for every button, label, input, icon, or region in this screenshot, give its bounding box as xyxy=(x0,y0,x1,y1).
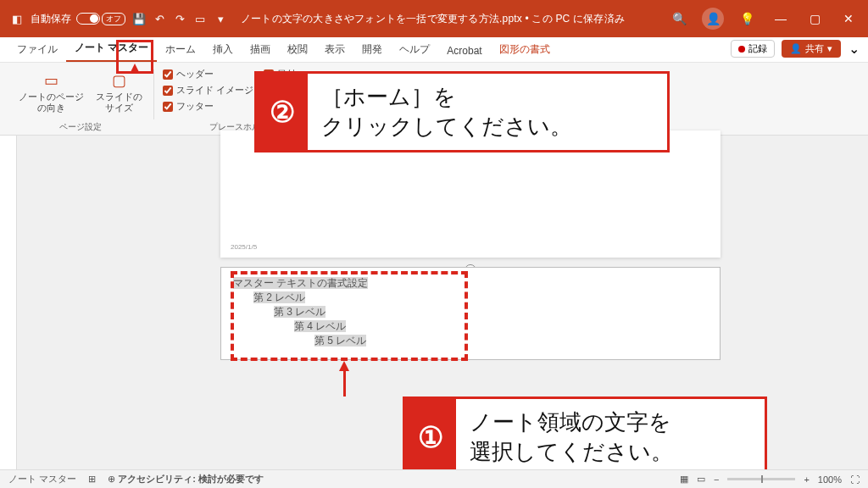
minimize-button[interactable]: — xyxy=(770,8,792,30)
save-icon[interactable]: 💾 xyxy=(132,12,146,25)
chk-header[interactable]: ヘッダー xyxy=(163,68,253,80)
qat-more-icon[interactable]: ▾ xyxy=(214,12,227,25)
zoom-in-icon[interactable]: + xyxy=(804,474,809,485)
tab-shape-format[interactable]: 図形の書式 xyxy=(491,37,559,62)
annotation-arrow-1 xyxy=(339,361,349,371)
slide-date: 2025/1/5 xyxy=(231,243,257,251)
record-button[interactable]: 記録 xyxy=(731,40,775,58)
chk-footer[interactable]: フッター xyxy=(163,100,253,113)
orientation-icon: ▭ xyxy=(41,71,63,90)
annotation-text-1: ノート領域の文字を 選択してください。 xyxy=(456,399,687,475)
group-label-page-setup: ページ設定 xyxy=(59,121,102,133)
slide-size-button[interactable]: ▢ スライドの サイズ xyxy=(92,68,146,113)
tab-file[interactable]: ファイル xyxy=(8,37,66,62)
app-icon: ◧ xyxy=(10,12,24,25)
notes-level2[interactable]: 第 2 レベル xyxy=(253,291,305,303)
tab-acrobat[interactable]: Acrobat xyxy=(438,40,490,62)
fit-window-icon[interactable]: ⛶ xyxy=(850,474,860,485)
autosave-label: 自動保存 xyxy=(31,12,71,26)
notes-orientation-button[interactable]: ▭ ノートのページ の向き xyxy=(15,68,87,113)
redo-icon[interactable]: ↷ xyxy=(173,12,186,25)
document-title[interactable]: ノートの文字の大きさやフォントを一括で変更する方法.pptx • この PC に… xyxy=(227,12,668,26)
zoom-value[interactable]: 100% xyxy=(818,474,842,485)
ribbon-tabs: ファイル ノート マスター ホーム 挿入 描画 校閲 表示 開発 ヘルプ Acr… xyxy=(0,37,868,63)
tab-insert[interactable]: 挿入 xyxy=(204,37,242,62)
tab-help[interactable]: ヘルプ xyxy=(391,37,438,62)
status-notes-icon[interactable]: ⊞ xyxy=(88,474,96,485)
annotation-text-2: ［ホーム］を クリックしてください。 xyxy=(308,74,586,150)
zoom-slider[interactable] xyxy=(727,478,795,480)
notes-level3[interactable]: 第 3 レベル xyxy=(274,306,326,318)
autosave-toggle[interactable]: 自動保存 オフ xyxy=(31,12,125,26)
size-icon: ▢ xyxy=(108,71,131,90)
autosave-state: オフ xyxy=(102,13,125,25)
share-button[interactable]: 👤共有▾ xyxy=(782,40,841,58)
view-reading-icon[interactable]: ▭ xyxy=(697,474,705,485)
annotation-number-1: ① xyxy=(405,399,456,475)
undo-icon[interactable]: ↶ xyxy=(153,12,166,25)
tab-draw[interactable]: 描画 xyxy=(242,37,279,62)
status-view: ノート マスター xyxy=(8,473,76,485)
annotation-callout-2: ② ［ホーム］を クリックしてください。 xyxy=(254,71,670,152)
notes-level5[interactable]: 第 5 レベル xyxy=(314,335,366,347)
notes-level4[interactable]: 第 4 レベル xyxy=(294,320,346,332)
annotation-number-2: ② xyxy=(257,74,308,150)
tab-developer[interactable]: 開発 xyxy=(353,37,391,62)
vertical-ruler xyxy=(0,136,17,469)
group-page-setup: ▭ ノートのページ の向き ▢ スライドの サイズ ページ設定 xyxy=(7,66,154,133)
notes-level1[interactable]: マスター テキストの書式設定 xyxy=(233,277,368,289)
view-normal-icon[interactable]: ▦ xyxy=(680,474,688,485)
search-icon[interactable]: 🔍 xyxy=(668,8,690,30)
tab-home[interactable]: ホーム xyxy=(157,37,204,62)
tab-view[interactable]: 表示 xyxy=(316,37,353,62)
tab-notes-master[interactable]: ノート マスター xyxy=(66,36,157,62)
annotation-callout-1: ① ノート領域の文字を 選択してください。 xyxy=(403,396,767,478)
status-bar: ノート マスター ⊞ ⊕ アクセシビリティ: 検討が必要です ▦ ▭ − + 1… xyxy=(0,469,868,488)
close-button[interactable]: ✕ xyxy=(837,8,860,30)
accessibility-icon: ⊕ xyxy=(108,474,115,484)
annotation-arrow-1-line xyxy=(343,371,346,396)
toggle-off-icon xyxy=(76,13,100,25)
maximize-button[interactable]: ▢ xyxy=(804,8,826,30)
annotation-arrow-2 xyxy=(130,64,140,74)
collapse-ribbon-icon[interactable]: ⌄ xyxy=(848,41,860,57)
help-icon[interactable]: 💡 xyxy=(736,8,758,30)
status-accessibility[interactable]: ⊕ アクセシビリティ: 検討が必要です xyxy=(108,473,264,485)
slideshow-icon[interactable]: ▭ xyxy=(193,12,207,25)
notes-placeholder[interactable]: マスター テキストの書式設定 第 2 レベル 第 3 レベル 第 4 レベル 第… xyxy=(220,267,721,360)
zoom-out-icon[interactable]: − xyxy=(714,474,719,485)
title-bar: ◧ 自動保存 オフ 💾 ↶ ↷ ▭ ▾ ノートの文字の大きさやフォントを一括で変… xyxy=(0,0,868,37)
account-icon[interactable]: 👤 xyxy=(702,8,724,30)
chk-slide-image[interactable]: スライド イメージ xyxy=(163,84,253,97)
tab-review[interactable]: 校閲 xyxy=(279,37,316,62)
